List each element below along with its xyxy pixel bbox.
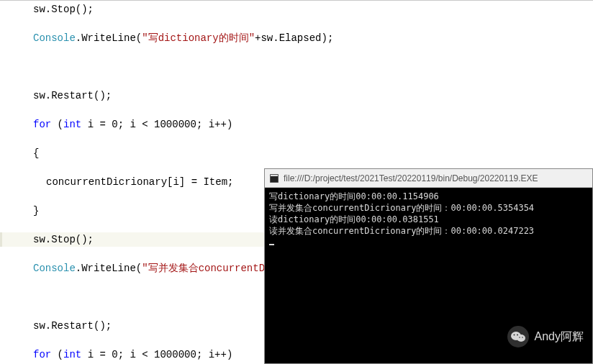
svg-rect-1: [271, 175, 278, 176]
console-cursor: [269, 244, 274, 245]
console-title: file:///D:/project/test/2021Test/2022011…: [284, 173, 538, 184]
wechat-icon: [507, 326, 529, 347]
console-titlebar[interactable]: file:///D:/project/test/2021Test/2022011…: [265, 169, 592, 188]
svg-point-5: [517, 335, 518, 336]
console-icon: [269, 173, 279, 183]
svg-point-4: [513, 335, 515, 336]
watermark: Andy阿辉: [507, 326, 584, 347]
svg-point-6: [519, 337, 520, 338]
svg-point-3: [517, 335, 525, 342]
console-output: 写dictionary的时间00:00:00.1154906 写并发集合conc…: [265, 188, 592, 251]
svg-point-7: [522, 337, 523, 338]
console-window: file:///D:/project/test/2021Test/2022011…: [264, 168, 593, 364]
watermark-text: Andy阿辉: [535, 331, 584, 342]
